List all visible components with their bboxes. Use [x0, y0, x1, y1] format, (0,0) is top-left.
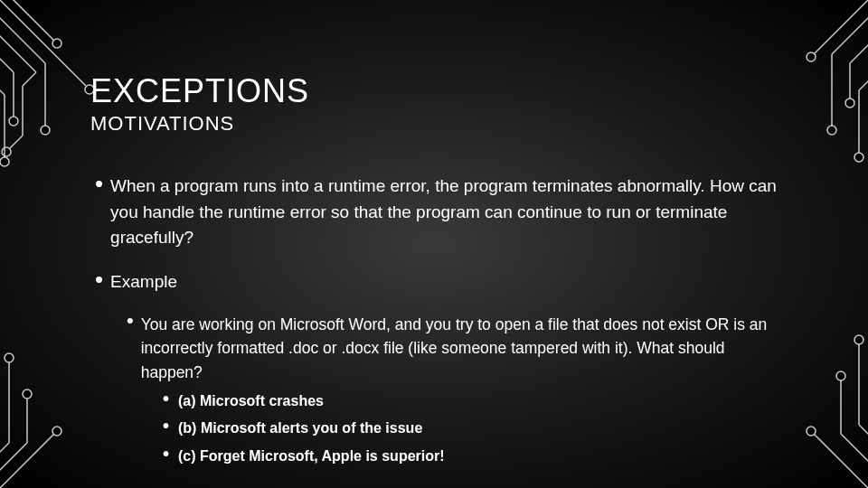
slide-subtitle: MOTIVATIONS	[90, 112, 787, 136]
bullet-text: When a program runs into a runtime error…	[110, 174, 787, 251]
bullet-text: (b) Microsoft alerts you of the issue	[178, 418, 422, 438]
bullet-level3: • (b) Microsoft alerts you of the issue	[163, 418, 787, 438]
bullet-level3: • (c) Forget Microsoft, Apple is superio…	[163, 446, 787, 466]
bullet-icon: •	[127, 311, 134, 331]
bullet-icon: •	[95, 172, 103, 195]
bullet-icon: •	[163, 389, 169, 408]
bullet-level3: • (a) Microsoft crashes	[163, 391, 787, 411]
bullet-icon: •	[163, 417, 169, 435]
bullet-level2: • You are working on Microsoft Word, and…	[127, 313, 787, 384]
bullet-text: You are working on Microsoft Word, and y…	[141, 313, 787, 384]
bullet-level1: • When a program runs into a runtime err…	[90, 174, 787, 251]
slide-title: EXCEPTIONS	[90, 72, 787, 110]
bullet-icon: •	[95, 267, 103, 291]
bullet-text: (c) Forget Microsoft, Apple is superior!	[178, 446, 445, 466]
bullet-text: Example	[110, 269, 177, 296]
slide-content: EXCEPTIONS MOTIVATIONS • When a program …	[0, 0, 868, 466]
bullet-icon: •	[163, 445, 169, 463]
bullet-text: (a) Microsoft crashes	[178, 391, 324, 411]
bullet-level1: • Example	[90, 269, 787, 296]
